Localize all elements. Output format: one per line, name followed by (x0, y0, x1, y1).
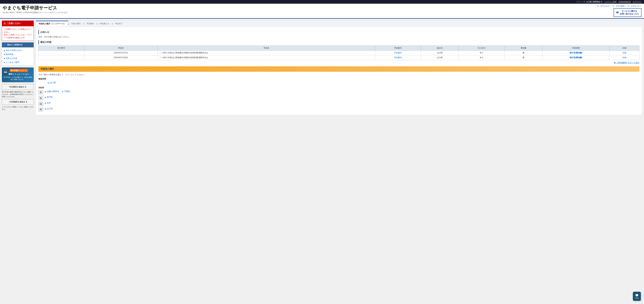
content-inner: お知らせ 現在、表示対象の情報はありません。 最近の申請 受付番号 申請日 手続… (36, 27, 642, 115)
contact-button[interactable]: ✉ サービスに関するお問い合わせはこちら (614, 8, 642, 17)
breadcrumb-procedure-select[interactable]: 手続の選択 (68, 21, 84, 26)
contact-label: サービスに関するお問い合わせはこちら (620, 10, 639, 15)
confirm-usage-desc: システムからの通知メールをご確認いただけます。 (2, 106, 34, 110)
font-normal-btn[interactable]: 文字を標準へ (616, 5, 626, 7)
kana-ha: は (38, 102, 43, 106)
cell-dest-2: 山口県 (421, 55, 459, 60)
header-right: 🔍 文字を大きく 🔍 文字を標準へ 🔍 文字を小さく ✉ サービスに関するお問い… (597, 5, 642, 17)
dest-row-ha: は 光市 (38, 102, 640, 106)
font-large-btn[interactable]: 文字を大きく (600, 5, 611, 7)
confirm-history-button[interactable]: 申請履歴を確認する (2, 84, 34, 90)
col-notice: 通知書 (504, 46, 542, 51)
cell-proc-name-2: 📄 令和５年度山口県就職氷河期世代採用試験受験申込み (158, 55, 375, 60)
breadcrumb-form-input: 申請書入力 (97, 21, 112, 26)
dest-row-ya: や 山口市 (38, 107, 640, 112)
city-link-nagato[interactable]: 長門市 (45, 96, 53, 99)
dest-desc: 下の一覧から申請先を選んで、クリックしてください。 (38, 73, 640, 76)
top-bar: ログイン中: 山口県人事委員会 様 パスワード変更 利用者情報変更 ログアウト (0, 0, 644, 4)
city-category-label: 市町村 (38, 86, 640, 89)
sidebar-link-faq[interactable]: よくあるご質問 (2, 60, 34, 64)
sidebar-link-environment[interactable]: 動作環境 (2, 52, 34, 56)
sidebar-first-use-links: 初めて利用する方へ 動作環境 利用上の注意 よくあるご質問 (2, 47, 34, 66)
status-link-2[interactable]: 発行済(通知書) (570, 56, 582, 59)
sidebar: ⚠ ご注意ください 一定期間パスワードが変更されていません。 安全にご利用いただ… (2, 21, 34, 115)
user-info-change-link[interactable]: 利用者情報変更 (618, 1, 631, 3)
city-link-sanyo-onoda[interactable]: 山陽小野田市 (45, 90, 59, 93)
kana-sa: さ (38, 90, 43, 95)
font-small-btn[interactable]: 文字を小さく (631, 5, 642, 7)
cell-proc-link-2[interactable]: 手続案内 (375, 55, 421, 60)
col-destination: 提出先 (421, 46, 459, 51)
sim-tag: 電子申請サービス >> (10, 69, 28, 72)
status-link-1[interactable]: 発行済(通知書) (570, 52, 582, 54)
dest-links-sa: 山陽小野田市 下関市 (45, 90, 70, 93)
person-icon: 👤 (4, 44, 6, 46)
col-detail: 詳細 (610, 46, 640, 51)
city-link-shimonoseki[interactable]: 下関市 (62, 90, 70, 93)
col-procedure-name: 手続名 (158, 46, 375, 51)
notice-text: 現在、表示対象の情報はありません。 (38, 36, 640, 38)
col-status: 申請状態 (542, 46, 609, 51)
dest-row-na: な 長門市 (38, 96, 640, 100)
confirm-history-desc: 電子申請の履歴や審査状況などをご確認いただけます。結果通知書の取得もこちらからご… (2, 91, 34, 98)
dest-links-na: 長門市 (45, 96, 53, 99)
sim-subtitle: 操作シミュレーション (8, 73, 29, 76)
cell-date-1: 2023年07月27日 (84, 51, 158, 55)
sim-desc: 電子申請による申請書入力・送信を擬似的に体験できます。 (4, 76, 32, 81)
font-size-controls: 🔍 文字を大きく 🔍 文字を標準へ 🔍 文字を小さく (597, 5, 642, 7)
recent-section-header: 最近の申請 (38, 40, 640, 44)
cell-status-2[interactable]: 発行済(通知書) (542, 55, 609, 60)
header: やまぐち電子申請サービス 山口県と県内の一部市町への申請や申請用紙のダウンロード… (0, 4, 644, 19)
kana-ya: や (38, 107, 43, 112)
col-receipt-no: 受付番号 (38, 46, 84, 51)
pref-links: 山口県 (48, 81, 56, 84)
cell-identity-2: 本人 (459, 55, 504, 60)
doc-icon-2: 📄 (159, 56, 162, 59)
login-text: ログイン中: 山口県人事委員会 様 (576, 1, 602, 3)
col-identity: 本人区分 (459, 46, 504, 51)
main-content: 申請先の選択（トップページ） 手続の選択 手続案内 申請書入力 申請完了 お知ら… (36, 21, 642, 115)
magnify-icon: 🔍 (597, 5, 599, 7)
site-subtitle: 山口県と県内の一部市町への申請や申請用紙のダウンロードを行うことができます。 (2, 11, 69, 14)
sidebar-first-use-header: 👤 初めてご利用の方 (2, 42, 34, 47)
pref-category-label: 都道府県 (38, 78, 640, 80)
sidebar-link-caution[interactable]: 利用上の注意 (2, 56, 34, 60)
simulation-box[interactable]: 💻 電子申請サービス >> 操作シミュレーション 電子申請による申請書入力・送信… (2, 67, 34, 82)
kana-na: な (38, 96, 43, 100)
col-procedure-link: 手続案内 (375, 46, 421, 51)
city-link-yamaguchi[interactable]: 山口市 (45, 107, 53, 110)
sidebar-notice-body: 一定期間パスワードが変更されていません。 安全にご利用いただくため、パスワードの… (2, 26, 34, 41)
recent-applications-table: 受付番号 申請日 手続名 手続案内 提出先 本人区分 通知書 申請状態 詳細 (38, 46, 640, 60)
city-link-hikari[interactable]: 光市 (45, 102, 51, 104)
cell-proc-link-1[interactable]: 手続案内 (375, 51, 421, 55)
confirm-usage-button[interactable]: ご利用履歴を確認する (2, 99, 34, 105)
dest-row-sa: さ 山陽小野田市 下関市 (38, 90, 640, 95)
table-row: 2023年07月26日 📄 令和５年度山口県就職氷河期世代採用試験受験申込み 手… (38, 55, 640, 60)
breadcrumb-procedure-guide: 手続案内 (84, 21, 97, 26)
pref-link-yamaguchi[interactable]: 山口県 (48, 81, 56, 84)
detail-link-1[interactable]: 詳細 (622, 52, 626, 54)
dest-links-ha: 光市 (45, 102, 51, 104)
detail-link-2[interactable]: 詳細 (622, 56, 626, 59)
procedure-guide-link-1[interactable]: 手続案内 (394, 52, 402, 54)
cell-detail-2[interactable]: 詳細 (610, 55, 640, 60)
password-change-link[interactable]: パスワード変更 (604, 1, 616, 3)
pref-links-row: 山口県 (48, 81, 640, 84)
cell-status-1[interactable]: 発行済(通知書) (542, 51, 609, 55)
alert-icon: ⚠ (4, 22, 6, 25)
breadcrumb-top[interactable]: 申請先の選択（トップページ） (36, 21, 68, 27)
cell-dest-1: 山口県 (421, 51, 459, 55)
sim-icon: 💻 (4, 69, 8, 73)
font-normal-icon: 🔍 (612, 5, 614, 7)
font-small-icon: 🔍 (628, 5, 630, 7)
cell-detail-1[interactable]: 詳細 (610, 51, 640, 55)
logout-link[interactable]: ログアウト (633, 1, 642, 3)
sidebar-notice-header: ⚠ ご注意ください (2, 21, 34, 26)
show-all-link[interactable]: ▶ 【申請履歴】をすべて表示 (38, 61, 640, 64)
dest-section-header: 申請先の選択 (38, 66, 640, 72)
procedure-guide-link-2[interactable]: 手続案内 (394, 56, 402, 59)
sidebar-link-first-use[interactable]: 初めて利用する方へ (2, 49, 34, 52)
table-row: 2023年07月27日 📄 令和５年度山口県就職氷河期世代採用試験受験申込み 手… (38, 51, 640, 55)
cell-date-2: 2023年07月26日 (84, 55, 158, 60)
main-layout: ⚠ ご注意ください 一定期間パスワードが変更されていません。 安全にご利用いただ… (0, 19, 644, 117)
